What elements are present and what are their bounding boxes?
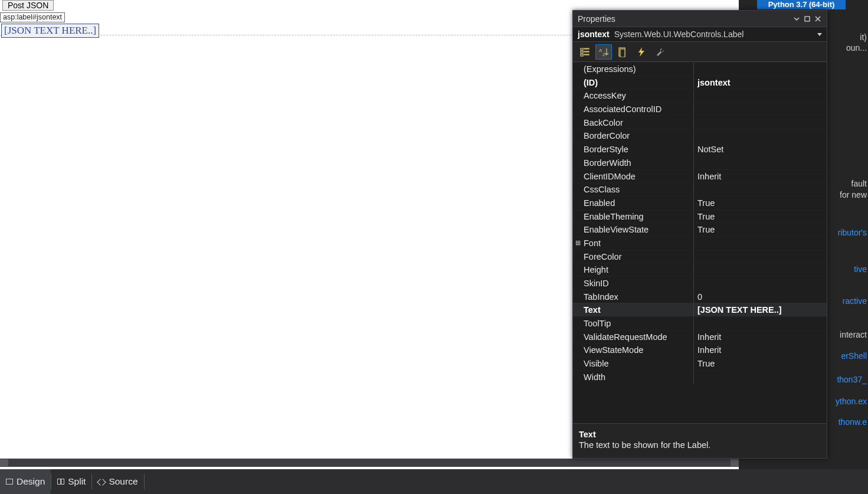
scroll-right-button[interactable] (731, 459, 739, 466)
expander-icon (573, 116, 582, 129)
property-grid[interactable]: (Expressions)(ID)jsontextAccessKeyAssoci… (573, 62, 827, 423)
property-row[interactable]: TabIndex0 (573, 290, 827, 303)
property-value[interactable] (693, 277, 827, 290)
property-row[interactable]: ForeColor (573, 250, 827, 263)
property-row[interactable]: ValidateRequestModeInherit (573, 330, 827, 343)
property-name: BorderStyle (582, 143, 693, 156)
property-name: Text (582, 303, 693, 316)
property-value[interactable] (693, 183, 827, 196)
svg-rect-1 (581, 48, 583, 50)
tab-split[interactable]: Split (51, 469, 91, 494)
properties-titlebar[interactable]: Properties (573, 11, 827, 27)
property-value[interactable] (693, 63, 827, 76)
property-value[interactable]: Inherit (693, 331, 827, 343)
bg-text-link: ractive (843, 296, 867, 306)
close-icon[interactable] (813, 14, 823, 24)
property-value[interactable] (693, 129, 827, 142)
property-value[interactable] (693, 237, 827, 250)
expander-icon (573, 63, 582, 76)
chevron-down-icon[interactable] (817, 33, 822, 36)
property-row[interactable]: Width (573, 370, 827, 384)
property-value[interactable]: True (693, 210, 827, 223)
property-value[interactable]: True (693, 357, 827, 370)
property-name: SkinID (582, 277, 693, 290)
property-value[interactable] (693, 116, 827, 129)
control-tag-chip[interactable]: asp:label#jsontext (0, 12, 65, 22)
property-name: ClientIDMode (582, 170, 693, 183)
property-value[interactable]: Inherit (693, 170, 827, 183)
property-row[interactable]: CssClass (573, 182, 827, 196)
property-value[interactable]: True (693, 197, 827, 210)
categorized-icon[interactable] (577, 44, 593, 60)
property-row[interactable]: VisibleTrue (573, 356, 827, 370)
property-row[interactable]: Height (573, 263, 827, 276)
view-tabs-bar: Design Split Source (0, 469, 868, 494)
property-name: CssClass (582, 183, 693, 196)
property-row[interactable]: (Expressions) (573, 62, 827, 76)
bg-text-link: ython.ex (836, 397, 867, 406)
property-value[interactable]: Inherit (693, 343, 827, 356)
window-options-icon[interactable] (791, 14, 802, 24)
tab-source[interactable]: Source (92, 469, 143, 494)
property-value[interactable]: True (693, 223, 827, 236)
property-row[interactable]: ⊞Font (573, 236, 827, 250)
property-value[interactable] (693, 317, 827, 330)
horizontal-scrollbar[interactable] (0, 459, 739, 467)
property-row[interactable]: EnableThemingTrue (573, 210, 827, 223)
expander-icon (573, 129, 582, 142)
property-value[interactable]: NotSet (693, 143, 827, 156)
property-name: BorderWidth (582, 156, 693, 169)
property-row[interactable]: AccessKey (573, 89, 827, 102)
property-name: ValidateRequestMode (582, 331, 693, 343)
property-row[interactable]: EnableViewStateTrue (573, 223, 827, 236)
property-value[interactable]: [JSON TEXT HERE..] (693, 303, 827, 316)
wrench-icon[interactable] (652, 44, 669, 60)
expander-icon (573, 183, 582, 196)
property-value[interactable] (693, 103, 827, 116)
property-row[interactable]: AssociatedControlID (573, 102, 827, 116)
expander-icon (573, 156, 582, 169)
property-value[interactable]: 0 (693, 290, 827, 303)
property-value[interactable]: jsontext (693, 76, 827, 89)
source-view-icon (98, 479, 105, 485)
python-environment-badge[interactable]: Python 3.7 (64-bit) (757, 0, 846, 9)
post-json-button[interactable]: Post JSON (2, 0, 54, 11)
tab-design[interactable]: Design (0, 469, 51, 494)
maximize-icon[interactable] (802, 14, 813, 24)
object-selector-row[interactable]: jsontext System.Web.UI.WebControls.Label (573, 27, 827, 42)
json-label-control[interactable]: [JSON TEXT HERE..] (1, 24, 99, 38)
property-row[interactable]: BackColor (573, 116, 827, 129)
property-name: AccessKey (582, 89, 693, 102)
property-row[interactable]: ClientIDModeInherit (573, 169, 827, 183)
property-row[interactable]: ViewStateModeInherit (573, 343, 827, 356)
events-icon[interactable] (633, 44, 650, 60)
property-pages-icon[interactable] (614, 44, 631, 60)
property-value[interactable] (693, 371, 827, 384)
scroll-left-button[interactable] (0, 459, 8, 466)
property-row[interactable]: BorderColor (573, 129, 827, 142)
property-row[interactable]: SkinID (573, 276, 827, 290)
property-row[interactable]: BorderWidth (573, 156, 827, 169)
selected-object-name: jsontext (578, 30, 610, 39)
property-row[interactable]: BorderStyleNotSet (573, 142, 827, 156)
property-row[interactable]: (ID)jsontext (573, 76, 827, 89)
property-row[interactable]: EnabledTrue (573, 196, 827, 210)
property-row[interactable]: Text[JSON TEXT HERE..] (573, 303, 827, 316)
expander-icon (573, 303, 582, 316)
property-value[interactable] (693, 89, 827, 102)
tab-source-label: Source (109, 476, 137, 487)
expander-icon (573, 197, 582, 210)
help-property-description: The text to be shown for the Label. (579, 440, 821, 450)
property-value[interactable] (693, 263, 827, 276)
expander-icon[interactable]: ⊞ (573, 237, 582, 250)
svg-rect-5 (581, 54, 583, 56)
alphabetical-icon[interactable]: AZ (595, 44, 612, 60)
property-value[interactable] (693, 156, 827, 169)
expander-icon (573, 277, 582, 290)
property-row[interactable]: ToolTip (573, 316, 827, 330)
property-name: EnableViewState (582, 223, 693, 236)
svg-rect-6 (584, 54, 589, 55)
property-value[interactable] (693, 250, 827, 263)
property-name: (ID) (582, 76, 693, 89)
design-view-icon (6, 479, 13, 485)
